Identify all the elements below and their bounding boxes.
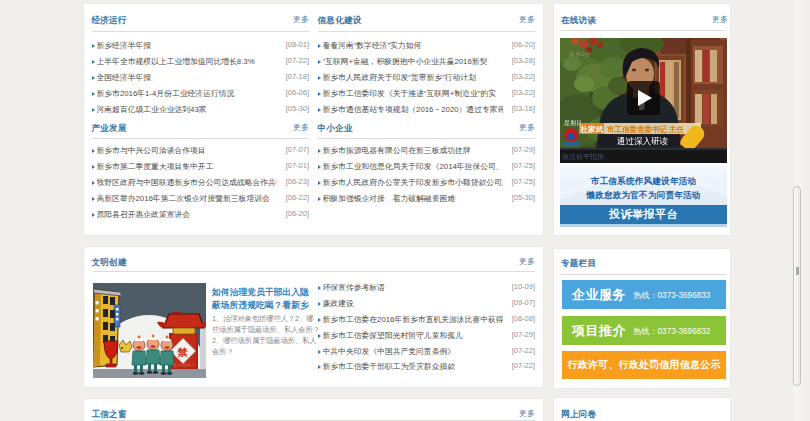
svg-text:通过深入研读: 通过深入研读 <box>617 136 669 146</box>
svg-text:杜家武: 杜家武 <box>580 125 604 134</box>
svg-text:新乡2台: 新乡2台 <box>569 50 590 58</box>
svg-text:市工信委党委书记 主任: 市工信委党委书记 主任 <box>606 125 685 134</box>
svg-text:星期日: 星期日 <box>564 120 582 127</box>
svg-text:被送值平指按..: 被送值平指按.. <box>562 153 608 160</box>
svg-text:新乡网络台: 新乡网络台 <box>173 362 196 368</box>
svg-text:禁: 禁 <box>177 347 189 358</box>
